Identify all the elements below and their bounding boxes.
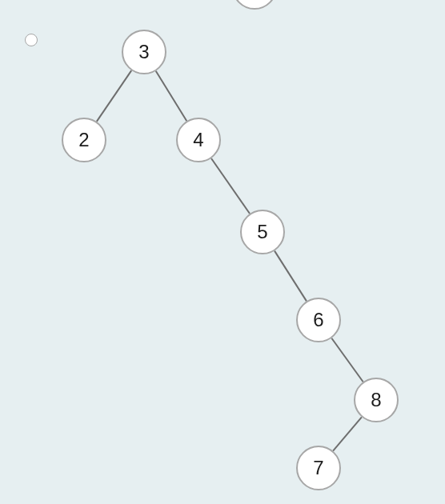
tree-edge xyxy=(331,338,363,382)
tree-node-label: 2 xyxy=(78,129,89,151)
tree-node: 2 xyxy=(62,118,106,162)
tree-node-label: 3 xyxy=(138,41,149,63)
tree-edge xyxy=(275,251,307,302)
tree-node: 3 xyxy=(122,30,166,74)
tree-edge xyxy=(211,158,250,214)
diagram-canvas: 3245687 xyxy=(0,0,445,504)
tree-node: 4 xyxy=(176,118,221,162)
tree-edge xyxy=(156,71,187,121)
tree-node-label: 5 xyxy=(257,221,267,243)
tree-node: 6 xyxy=(296,298,341,342)
tree-node: 7 xyxy=(296,446,341,490)
tree-node: 8 xyxy=(354,378,399,422)
tree-node-label: 7 xyxy=(313,457,323,479)
tree-edge xyxy=(333,417,362,450)
tree-edge xyxy=(97,70,131,122)
option-radio[interactable] xyxy=(25,34,38,46)
tree-node-label: 4 xyxy=(193,129,203,151)
tree-node-label: 8 xyxy=(371,389,381,411)
tree-node: 5 xyxy=(240,210,285,254)
edge-layer xyxy=(0,0,445,504)
tree-node-label: 6 xyxy=(313,309,323,331)
